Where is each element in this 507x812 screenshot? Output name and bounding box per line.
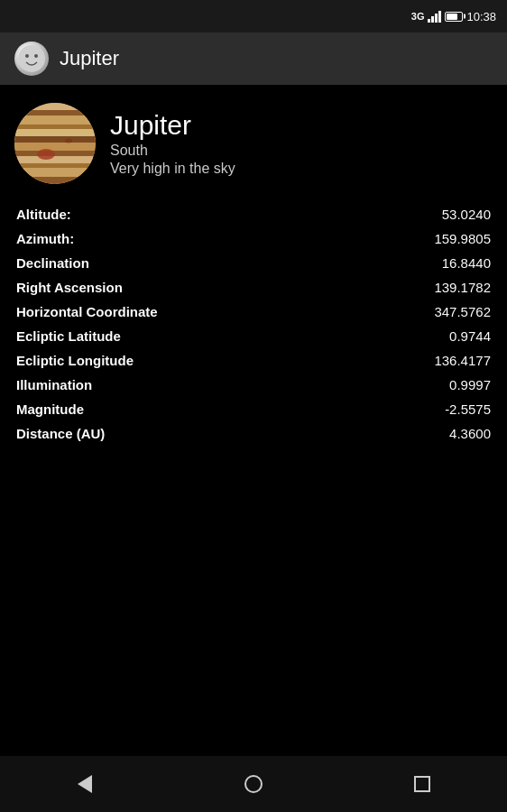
table-row: Horizontal Coordinate347.5762 (14, 300, 493, 324)
row-label: Right Ascension (14, 275, 278, 300)
battery-icon (445, 12, 463, 22)
svg-rect-16 (14, 177, 96, 184)
row-label: Magnitude (14, 397, 278, 421)
data-table: Altitude:53.0240Azimuth:159.9805Declinat… (14, 202, 493, 446)
svg-rect-9 (14, 129, 96, 136)
row-label: Declination (14, 251, 278, 275)
row-value: 0.9744 (278, 324, 493, 348)
table-row: Magnitude-2.5575 (14, 397, 493, 421)
table-row: Altitude:53.0240 (14, 202, 493, 226)
svg-rect-6 (14, 110, 96, 115)
table-row: Illumination0.9997 (14, 373, 493, 397)
row-label: Ecliptic Latitude (14, 324, 278, 348)
recents-icon (414, 776, 430, 792)
row-label: Horizontal Coordinate (14, 300, 278, 324)
svg-rect-13 (14, 156, 96, 163)
svg-point-2 (34, 54, 38, 58)
row-value: -2.5575 (278, 397, 493, 421)
table-row: Azimuth:159.9805 (14, 226, 493, 251)
signal-icon (428, 10, 441, 23)
row-value: 139.1782 (278, 275, 493, 300)
planet-header: Jupiter South Very high in the sky (14, 103, 493, 184)
planet-info: Jupiter South Very high in the sky (110, 110, 235, 177)
row-value: 136.4177 (278, 348, 493, 373)
table-row: Declination16.8440 (14, 251, 493, 275)
home-button[interactable] (226, 757, 281, 811)
svg-point-1 (25, 54, 29, 58)
status-icons: 3G 10:38 (411, 10, 496, 23)
row-label: Ecliptic Longitude (14, 348, 278, 373)
status-bar: 3G 10:38 (0, 0, 507, 32)
back-icon (78, 775, 92, 793)
recents-button[interactable] (395, 757, 449, 811)
row-value: 16.8440 (278, 251, 493, 275)
row-value: 159.9805 (278, 226, 493, 251)
svg-point-18 (65, 139, 72, 143)
svg-rect-12 (14, 151, 96, 156)
app-bar: Jupiter (0, 32, 507, 85)
app-bar-title: Jupiter (60, 47, 119, 70)
table-row: Ecliptic Latitude0.9744 (14, 324, 493, 348)
planet-position: Very high in the sky (110, 161, 235, 177)
table-row: Ecliptic Longitude136.4177 (14, 348, 493, 373)
app-icon (14, 42, 49, 76)
row-value: 0.9997 (278, 373, 493, 397)
svg-rect-5 (14, 103, 96, 110)
main-content: Jupiter South Very high in the sky Altit… (0, 85, 507, 446)
app-logo-icon (17, 44, 46, 73)
nav-bar (0, 756, 507, 812)
back-button[interactable] (58, 757, 112, 811)
svg-rect-10 (14, 136, 96, 143)
svg-rect-11 (14, 143, 96, 151)
row-value: 347.5762 (278, 300, 493, 324)
svg-rect-8 (14, 125, 96, 129)
planet-image (14, 103, 96, 184)
time-label: 10:38 (466, 10, 496, 23)
planet-name: Jupiter (110, 110, 235, 141)
jupiter-svg (14, 103, 96, 184)
row-value: 4.3600 (278, 421, 493, 446)
table-row: Right Ascension139.1782 (14, 275, 493, 300)
row-label: Azimuth: (14, 226, 278, 251)
home-icon (244, 775, 263, 793)
svg-rect-7 (14, 115, 96, 125)
svg-point-0 (18, 45, 45, 72)
svg-point-17 (37, 149, 55, 160)
row-value: 53.0240 (278, 202, 493, 226)
row-label: Distance (AU) (14, 421, 278, 446)
row-label: Illumination (14, 373, 278, 397)
row-label: Altitude: (14, 202, 278, 226)
svg-rect-14 (14, 163, 96, 168)
network-label: 3G (411, 11, 425, 22)
table-row: Distance (AU)4.3600 (14, 421, 493, 446)
svg-rect-15 (14, 168, 96, 177)
planet-direction: South (110, 143, 235, 159)
